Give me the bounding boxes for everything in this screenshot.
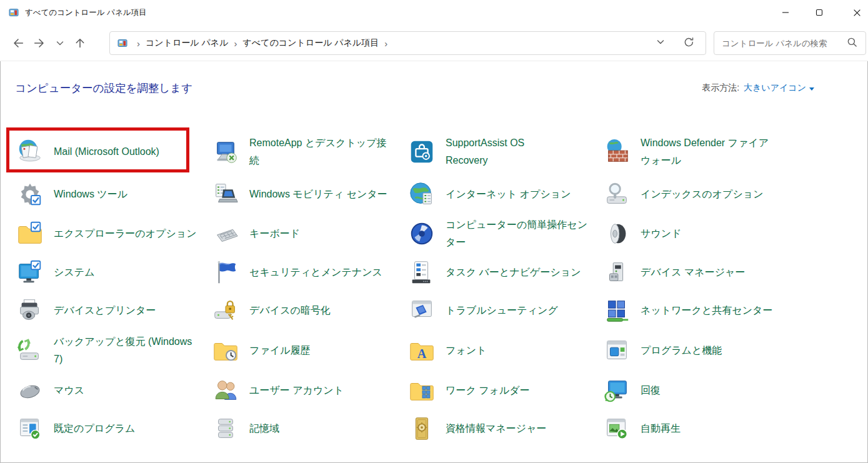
control-panel-icon [9, 7, 19, 17]
breadcrumb-separator: › [379, 38, 393, 49]
view-by-label: 表示方法: [702, 82, 739, 94]
dropdown-caret-icon [809, 87, 814, 91]
control-panel-item[interactable]: 記憶域 [211, 409, 407, 448]
item-label: ファイル履歴 [249, 342, 311, 359]
control-panel-item[interactable]: Windows ツール [15, 175, 211, 214]
device-encryption-icon [211, 296, 241, 326]
item-label: 既定のプログラム [54, 420, 135, 437]
item-label: システム [54, 264, 95, 281]
control-panel-item[interactable]: マウス [15, 371, 211, 409]
control-panel-item[interactable]: 電源オプション [407, 448, 602, 463]
close-button[interactable] [847, 0, 866, 25]
item-label: バックアップと復元 (Windows 7) [54, 333, 192, 368]
item-label: ワーク フォルダー [446, 382, 530, 399]
credential-manager-icon [407, 414, 437, 444]
item-label: ユーザー アカウント [249, 382, 344, 399]
firewall-icon [602, 137, 632, 167]
item-label: インターネット オプション [446, 186, 571, 203]
recent-locations-chevron-icon[interactable] [51, 32, 69, 54]
control-panel-item[interactable]: エクスプローラーのオプション [15, 214, 211, 253]
control-panel-item[interactable]: RemoteApp とデスクトップ接 続 [211, 129, 407, 175]
control-panel-item[interactable]: 回復 [602, 371, 846, 409]
control-panel-item[interactable]: デバイスの暗号化 [211, 291, 407, 329]
control-panel-item[interactable]: インターネット オプション [407, 175, 602, 214]
back-button[interactable] [6, 32, 29, 54]
control-panel-item[interactable]: Windows Defender ファイア ウォール [602, 129, 846, 175]
control-panel-item[interactable]: キーボード [211, 214, 407, 253]
item-label: Mail (Microsoft Outlook) [54, 143, 159, 161]
control-panel-item[interactable]: システム [15, 253, 211, 291]
control-panel-items-grid: Mail (Microsoft Outlook)RemoteApp とデスクトッ… [15, 129, 846, 463]
item-label: RemoteApp とデスクトップ接 続 [249, 134, 387, 169]
control-panel-item[interactable]: Aフォント [407, 329, 602, 371]
item-label: タスク バーとナビゲーション [446, 264, 581, 281]
search-input[interactable] [722, 39, 847, 48]
control-panel-item[interactable]: ファイル履歴 [211, 329, 407, 371]
network-sharing-icon [602, 296, 632, 326]
item-label: ネットワークと共有センター [641, 302, 772, 319]
programs-features-icon [602, 336, 632, 366]
breadcrumb-separator: › [229, 38, 243, 49]
control-panel-item[interactable]: インデックスのオプション [602, 175, 846, 214]
control-panel-item[interactable]: デバイスとプリンター [15, 291, 211, 329]
item-label: Windows モビリティ センター [249, 186, 387, 203]
control-panel-window: { "window": { "title": "すべてのコントロール パネル項目… [0, 0, 868, 463]
control-panel-item[interactable]: バックアップと復元 (Windows 7) [15, 329, 211, 371]
forward-button[interactable] [29, 32, 51, 54]
control-panel-icon [117, 38, 127, 48]
control-panel-item[interactable]: セキュリティとメンテナンス [211, 253, 407, 291]
search-icon[interactable] [847, 37, 858, 50]
user-accounts-icon [211, 376, 241, 406]
item-label: エクスプローラーのオプション [54, 225, 197, 242]
item-label: デバイスの暗号化 [249, 302, 331, 319]
control-panel-item[interactable]: ネットワークと共有センター [602, 291, 846, 329]
control-panel-item[interactable]: Windows モビリティ センター [211, 175, 407, 214]
item-label: フォント [446, 342, 487, 359]
minimize-button[interactable] [776, 0, 795, 25]
control-panel-item[interactable]: タスク バーとナビゲーション [407, 253, 602, 291]
control-panel-item[interactable]: ユーザー アカウント [211, 371, 407, 409]
svg-text:A: A [417, 346, 427, 360]
work-folders-icon [407, 376, 437, 406]
search-box [714, 31, 866, 55]
device-manager-icon [602, 257, 632, 287]
control-panel-item[interactable]: サウンド [602, 214, 846, 253]
control-panel-item[interactable]: ワーク フォルダー [407, 371, 602, 409]
backup-restore-icon [15, 336, 45, 366]
file-history-icon [211, 336, 241, 366]
breadcrumb-item-control-panel[interactable]: コントロール パネル [146, 37, 229, 49]
control-panel-item[interactable]: プログラムと機能 [602, 329, 846, 371]
item-label: プログラムと機能 [641, 342, 722, 359]
system-icon [15, 257, 45, 287]
control-panel-item[interactable]: Mail (Microsoft Outlook) [15, 129, 211, 175]
item-label: セキュリティとメンテナンス [249, 264, 382, 281]
item-label: SupportAssist OS Recovery [446, 134, 524, 169]
control-panel-item[interactable]: コンピューターの簡単操作セン ター [407, 214, 602, 253]
control-panel-item[interactable]: 色の管理 [15, 448, 211, 463]
breadcrumb-separator: › [131, 38, 146, 49]
item-label: キーボード [249, 225, 300, 242]
control-panel-item[interactable]: 地域 [211, 448, 407, 463]
control-panel-item[interactable]: デバイス マネージャー [602, 253, 846, 291]
view-by-dropdown[interactable]: 大きいアイコン [744, 82, 814, 94]
security-maintenance-icon [211, 257, 241, 287]
default-programs-icon [15, 414, 45, 444]
address-bar[interactable]: › コントロール パネル › すべてのコントロール パネル項目 › [109, 31, 706, 55]
control-panel-item[interactable]: 電話とモデム [602, 448, 846, 463]
item-label: 回復 [641, 382, 661, 399]
maximize-button[interactable] [810, 0, 829, 25]
refresh-icon[interactable] [684, 37, 694, 50]
control-panel-item[interactable]: トラブルシューティング [407, 291, 602, 329]
control-panel-item[interactable]: 既定のプログラム [15, 409, 211, 448]
ease-of-access-icon [407, 219, 437, 249]
windows-tools-icon [15, 179, 45, 209]
item-label: インデックスのオプション [641, 186, 764, 203]
address-dropdown-chevron-icon[interactable] [656, 37, 665, 49]
control-panel-item[interactable]: SupportAssist OS Recovery [407, 129, 602, 175]
control-panel-item[interactable]: 資格情報マネージャー [407, 409, 602, 448]
mail-icon [15, 137, 45, 167]
recovery-icon [602, 376, 632, 406]
breadcrumb-item-all-items[interactable]: すべてのコントロール パネル項目 [243, 37, 379, 49]
control-panel-item[interactable]: 自動再生 [602, 409, 846, 448]
up-button[interactable] [69, 32, 91, 54]
